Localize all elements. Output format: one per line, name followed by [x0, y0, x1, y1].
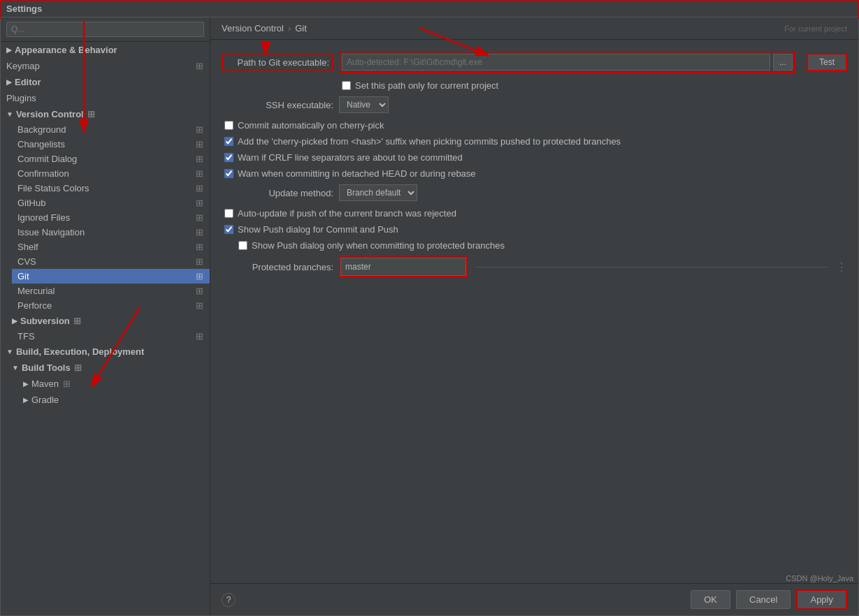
- sidebar-item-commit-dialog[interactable]: Commit Dialog ⊞: [12, 152, 210, 166]
- sidebar-item-git[interactable]: Git ⊞: [12, 269, 210, 284]
- apply-button[interactable]: Apply: [796, 589, 847, 610]
- sidebar-item-version-control[interactable]: ▼ Version Control ⊞: [1, 106, 210, 122]
- sidebar-item-gradle[interactable]: ▶ Gradle: [23, 392, 210, 408]
- sidebar-item-label: CVS: [17, 256, 192, 267]
- version-control-children: Background ⊞ Changelists ⊞ Commit Dialog…: [1, 122, 210, 344]
- copy-icon: ⊞: [73, 316, 82, 326]
- sidebar-item-confirmation[interactable]: Confirmation ⊞: [12, 166, 210, 181]
- cherry-pick-checkbox[interactable]: [224, 121, 233, 130]
- crlf-checkbox[interactable]: [224, 153, 233, 162]
- test-button[interactable]: Test: [807, 53, 847, 71]
- sidebar-item-label: Maven: [31, 379, 59, 389]
- sidebar-item-keymap[interactable]: Keymap ⊞: [1, 58, 210, 74]
- sidebar-item-subversion[interactable]: ▶ Subversion ⊞: [12, 313, 210, 329]
- cancel-button[interactable]: Cancel: [736, 590, 791, 609]
- build-execution-children: ▼ Build Tools ⊞ ▶ Maven ⊞ ▶ Gradle: [1, 360, 210, 408]
- sidebar: ▶ Appearance & Behavior Keymap ⊞ ▶ Edito…: [1, 17, 210, 615]
- search-input[interactable]: [6, 22, 204, 37]
- ssh-select[interactable]: Native Built-in: [339, 96, 389, 113]
- cherry-suffix-checkbox[interactable]: [224, 137, 233, 146]
- copy-icon: ⊞: [194, 272, 204, 281]
- arrow-icon: ▶: [23, 380, 29, 388]
- arrow-icon: ▼: [6, 110, 13, 118]
- sidebar-item-label: Appearance & Behavior: [15, 45, 117, 55]
- sidebar-item-label: Build, Execution, Deployment: [16, 346, 144, 357]
- breadcrumb-separator: ›: [288, 23, 291, 34]
- show-push-checkbox[interactable]: [224, 225, 233, 234]
- auto-update-checkbox[interactable]: [224, 209, 233, 218]
- protected-separator: [476, 267, 828, 267]
- push-protected-label: Show Push dialog only when committing to…: [252, 240, 505, 251]
- arrow-icon: ▼: [6, 348, 13, 355]
- auto-update-label: Auto-update if push of the current branc…: [238, 208, 456, 219]
- git-path-input[interactable]: [342, 54, 770, 71]
- sidebar-item-plugins[interactable]: Plugins: [1, 90, 210, 106]
- copy-icon: ⊞: [194, 332, 204, 342]
- sidebar-item-file-status-colors[interactable]: File Status Colors ⊞: [12, 181, 210, 196]
- settings-window: Settings ▶ Appearance & Behavior Keymap …: [0, 0, 859, 616]
- ok-button[interactable]: OK: [691, 590, 730, 609]
- set-path-row: Set this path only for current project: [222, 80, 847, 91]
- sidebar-item-label: Commit Dialog: [17, 154, 192, 164]
- ssh-row: SSH executable: Native Built-in: [222, 96, 847, 113]
- title-text: Settings: [6, 3, 42, 14]
- protected-input-wrapper: [339, 256, 468, 277]
- protected-label: Protected branches:: [222, 262, 333, 272]
- protected-input[interactable]: [340, 258, 466, 276]
- update-method-select[interactable]: Branch default Merge Rebase: [339, 184, 417, 201]
- cherry-pick-label: Commit automatically on cherry-pick: [238, 120, 384, 131]
- sidebar-item-editor[interactable]: ▶ Editor: [1, 74, 210, 90]
- arrow-icon: ▶: [12, 317, 17, 325]
- ellipsis-button[interactable]: ...: [773, 54, 793, 71]
- arrow-icon: ▶: [6, 46, 12, 54]
- sidebar-item-maven[interactable]: ▶ Maven ⊞: [23, 376, 210, 392]
- sidebar-item-label: Gradle: [31, 395, 59, 405]
- copy-icon: ⊞: [194, 154, 204, 164]
- sidebar-item-label: Changelists: [17, 139, 192, 149]
- sidebar-item-build-tools[interactable]: ▼ Build Tools ⊞: [12, 360, 210, 376]
- sidebar-item-ignored-files[interactable]: Ignored Files ⊞: [12, 210, 210, 225]
- breadcrumb-git: Git: [295, 23, 307, 34]
- arrow-icon: ▶: [23, 396, 29, 404]
- sidebar-item-github[interactable]: GitHub ⊞: [12, 196, 210, 210]
- set-path-checkbox[interactable]: [342, 81, 351, 90]
- copy-icon: ⊞: [194, 61, 204, 71]
- sidebar-item-changelists[interactable]: Changelists ⊞: [12, 137, 210, 152]
- sidebar-item-background[interactable]: Background ⊞: [12, 122, 210, 137]
- copy-icon: ⊞: [194, 169, 204, 179]
- copy-icon: ⊞: [194, 286, 204, 296]
- show-push-row: Show Push dialog for Commit and Push: [222, 224, 847, 235]
- protected-expand-icon[interactable]: ⋮: [833, 261, 847, 274]
- sidebar-item-label: Background: [17, 124, 192, 135]
- copy-icon: ⊞: [194, 198, 204, 208]
- copy-icon: ⊞: [87, 110, 96, 119]
- sidebar-item-label: TFS: [17, 331, 192, 342]
- main-body: Path to Git executable: ... Test Set thi…: [210, 40, 858, 583]
- push-protected-checkbox[interactable]: [238, 241, 247, 250]
- sidebar-item-tfs[interactable]: TFS ⊞: [12, 329, 210, 344]
- sidebar-item-label: Git: [17, 271, 192, 281]
- sidebar-item-shelf[interactable]: Shelf ⊞: [12, 240, 210, 254]
- sidebar-item-label: Subversion: [20, 316, 70, 326]
- copy-icon: ⊞: [194, 301, 204, 311]
- help-button[interactable]: ?: [222, 593, 236, 607]
- show-push-label: Show Push dialog for Commit and Push: [238, 224, 398, 235]
- sidebar-item-build-execution[interactable]: ▼ Build, Execution, Deployment: [1, 344, 210, 360]
- sidebar-item-issue-navigation[interactable]: Issue Navigation ⊞: [12, 225, 210, 240]
- sidebar-item-appearance[interactable]: ▶ Appearance & Behavior: [1, 42, 210, 58]
- dialog-body: ▶ Appearance & Behavior Keymap ⊞ ▶ Edito…: [1, 17, 858, 615]
- cherry-suffix-label: Add the 'cherry-picked from <hash>' suff…: [238, 136, 621, 147]
- sidebar-item-perforce[interactable]: Perforce ⊞: [12, 298, 210, 313]
- cherry-suffix-row: Add the 'cherry-picked from <hash>' suff…: [222, 136, 847, 147]
- detached-checkbox[interactable]: [224, 169, 233, 178]
- sidebar-item-mercurial[interactable]: Mercurial ⊞: [12, 284, 210, 298]
- detached-label: Warn when committing in detached HEAD or…: [238, 168, 476, 179]
- arrow-icon: ▼: [12, 364, 19, 372]
- title-bar: Settings: [1, 1, 858, 17]
- sidebar-item-label: Version Control: [16, 109, 84, 119]
- copy-icon: ⊞: [194, 184, 204, 193]
- dialog: ▶ Appearance & Behavior Keymap ⊞ ▶ Edito…: [1, 17, 858, 615]
- detached-row: Warn when committing in detached HEAD or…: [222, 168, 847, 179]
- sidebar-item-cvs[interactable]: CVS ⊞: [12, 254, 210, 269]
- sidebar-item-label: Plugins: [6, 93, 204, 103]
